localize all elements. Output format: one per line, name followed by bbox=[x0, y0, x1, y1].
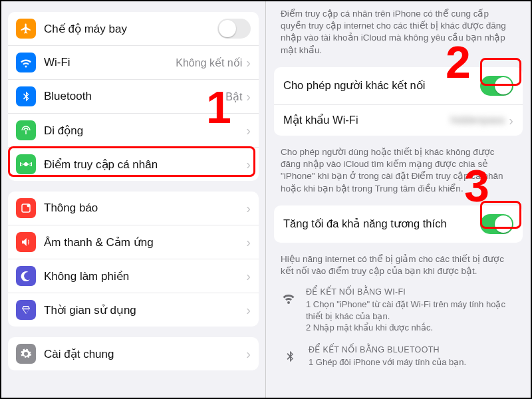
hotspot-group-allow: Cho phép người khác kết nối Mật khẩu Wi-… bbox=[274, 67, 523, 136]
airplane-toggle[interactable] bbox=[217, 19, 251, 39]
row-bluetooth[interactable]: Bluetooth Bật › bbox=[8, 80, 259, 114]
wifi-password-value: hiddenpass bbox=[450, 114, 505, 126]
row-airplane-mode[interactable]: Chế độ máy bay bbox=[8, 12, 259, 46]
chevron-icon: › bbox=[246, 201, 251, 215]
connect-bt-heading: ĐỂ KẾT NỐI BẰNG BLUETOOTH bbox=[309, 344, 466, 354]
dnd-label: Không làm phiền bbox=[44, 269, 246, 283]
bluetooth-value: Bật bbox=[225, 90, 242, 103]
allow-others-toggle[interactable] bbox=[480, 76, 513, 96]
gear-icon bbox=[16, 344, 36, 364]
wifi-label: Wi-Fi bbox=[44, 56, 176, 69]
hotspot-intro-note: Điểm truy cập cá nhân trên iPhone có thể… bbox=[266, 1, 531, 61]
sound-label: Âm thanh & Cảm ứng bbox=[44, 235, 246, 249]
settings-main-list: Chế độ máy bay Wi-Fi Không kết nối › Blu… bbox=[1, 1, 266, 398]
row-dnd[interactable]: Không làm phiền › bbox=[8, 259, 259, 293]
connect-wifi-heading: ĐỂ KẾT NỐI BẰNG WI-FI bbox=[306, 287, 516, 297]
chevron-icon: › bbox=[246, 235, 251, 249]
wifi-value: Không kết nối bbox=[176, 57, 242, 69]
airplane-label: Chế độ máy bay bbox=[44, 22, 217, 36]
allow-others-label: Cho phép người khác kết nối bbox=[283, 79, 480, 92]
row-general[interactable]: Cài đặt chung › bbox=[8, 337, 259, 370]
hotspot-group-compat: Tăng tối đa khả năng tương thích bbox=[274, 205, 523, 243]
wifi-icon bbox=[16, 53, 36, 72]
allow-footer-note: Cho phép người dùng hoặc thiết bị khác k… bbox=[266, 142, 531, 199]
notifications-icon bbox=[16, 198, 36, 218]
settings-group-general: Cài đặt chung › bbox=[8, 337, 259, 370]
hotspot-label: Điểm truy cập cá nhân bbox=[44, 158, 246, 172]
bluetooth-label: Bluetooth bbox=[44, 90, 225, 103]
sound-icon bbox=[16, 232, 36, 252]
notifications-label: Thông báo bbox=[44, 201, 246, 215]
max-compat-label: Tăng tối đa khả năng tương thích bbox=[283, 217, 480, 230]
chevron-icon: › bbox=[509, 114, 513, 127]
settings-group-connectivity: Chế độ máy bay Wi-Fi Không kết nối › Blu… bbox=[8, 12, 259, 181]
chevron-icon: › bbox=[246, 303, 251, 317]
screentime-icon bbox=[16, 300, 36, 320]
airplane-icon bbox=[16, 19, 36, 39]
chevron-icon: › bbox=[246, 269, 251, 283]
general-label: Cài đặt chung bbox=[44, 347, 246, 361]
chevron-icon: › bbox=[246, 90, 251, 103]
chevron-icon: › bbox=[246, 56, 251, 69]
connect-wifi-line1: 1 Chọn "iPhone" từ cài đặt Wi-Fi trên má… bbox=[306, 299, 516, 322]
bt-glyph-icon bbox=[281, 344, 299, 366]
hotspot-settings-pane: Điểm truy cập cá nhân trên iPhone có thể… bbox=[266, 1, 531, 398]
chevron-icon: › bbox=[246, 347, 251, 360]
row-screentime[interactable]: Thời gian sử dụng › bbox=[8, 293, 259, 327]
connect-bt-info: ĐỂ KẾT NỐI BẰNG BLUETOOTH 1 Ghép đôi iPh… bbox=[266, 339, 531, 374]
row-notifications[interactable]: Thông báo › bbox=[8, 192, 259, 225]
settings-group-alerts: Thông báo › Âm thanh & Cảm ứng › Không l… bbox=[8, 192, 259, 327]
row-cellular[interactable]: Di động › bbox=[8, 114, 259, 148]
hotspot-icon bbox=[16, 154, 36, 174]
dnd-icon bbox=[16, 266, 36, 286]
max-compat-toggle[interactable] bbox=[480, 214, 513, 234]
svg-point-1 bbox=[27, 204, 31, 207]
cellular-label: Di động bbox=[44, 124, 246, 138]
screentime-label: Thời gian sử dụng bbox=[44, 303, 246, 317]
bluetooth-icon bbox=[16, 86, 36, 106]
cellular-icon bbox=[16, 120, 36, 140]
wifi-password-label: Mật khẩu Wi-Fi bbox=[283, 114, 450, 126]
row-max-compat[interactable]: Tăng tối đa khả năng tương thích bbox=[274, 205, 523, 243]
row-wifi[interactable]: Wi-Fi Không kết nối › bbox=[8, 46, 259, 80]
compat-footer-note: Hiệu năng internet có thể bị giảm cho cá… bbox=[266, 249, 531, 281]
row-personal-hotspot[interactable]: Điểm truy cập cá nhân › bbox=[8, 148, 259, 181]
row-sound[interactable]: Âm thanh & Cảm ứng › bbox=[8, 225, 259, 259]
row-wifi-password[interactable]: Mật khẩu Wi-Fi hiddenpass › bbox=[274, 105, 523, 136]
row-allow-others[interactable]: Cho phép người khác kết nối bbox=[274, 67, 523, 105]
connect-wifi-line2: 2 Nhập mật khẩu khi được nhắc. bbox=[306, 322, 516, 334]
connect-wifi-info: ĐỂ KẾT NỐI BẰNG WI-FI 1 Chọn "iPhone" từ… bbox=[266, 281, 531, 339]
chevron-icon: › bbox=[246, 124, 251, 137]
connect-bt-line1: 1 Ghép đôi iPhone với máy tính của bạn. bbox=[309, 356, 466, 368]
wifi-glyph-icon bbox=[281, 287, 297, 305]
chevron-icon: › bbox=[246, 158, 251, 171]
